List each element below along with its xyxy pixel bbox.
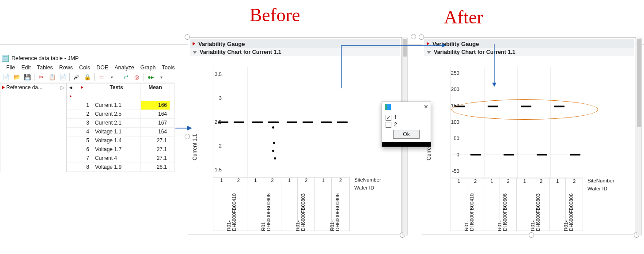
save-icon[interactable]: 💾	[23, 73, 31, 81]
table-row[interactable]: 7 Current 4 27.1	[67, 154, 174, 163]
tool1-icon[interactable]: 🖋	[73, 73, 80, 81]
cell-mean[interactable]: 27.1	[141, 136, 170, 145]
handwriting-after: After	[444, 7, 483, 28]
nav-label: Reference da...	[6, 84, 42, 91]
row-num: 7	[78, 154, 92, 163]
plot-area[interactable]	[451, 67, 583, 178]
list-icon[interactable]: ≣	[98, 73, 105, 81]
nav-panel: Reference da... ▷	[0, 83, 67, 172]
cell-mean[interactable]: 27.1	[141, 154, 170, 163]
separator	[69, 73, 70, 81]
grid-header2	[67, 92, 174, 101]
table-row[interactable]: 8 Voltage 1.9 26.1	[67, 163, 174, 172]
cell-mean[interactable]: 164	[141, 128, 170, 136]
menu-doe[interactable]: DOE	[96, 64, 108, 71]
menu-analyze[interactable]: Analyze	[114, 64, 134, 71]
menu-tables[interactable]: Tables	[37, 64, 53, 71]
x-site-label: SiteNumber	[354, 177, 381, 182]
grid-header: ◂ Tests Mean	[67, 83, 174, 92]
lock-icon[interactable]: 🔒	[83, 73, 91, 81]
swap-icon[interactable]: ⇄	[122, 73, 130, 81]
data-grid: ◂ Tests Mean 1 Current 1.1 166 2 Current…	[67, 83, 174, 172]
menu-edit[interactable]: Edit	[21, 64, 31, 71]
run-icon[interactable]: ●▸	[147, 73, 155, 81]
table-row[interactable]: 5 Voltage 1.4 27.1	[67, 136, 174, 145]
sel-all-cell[interactable]	[67, 92, 78, 101]
cell-mean[interactable]: 26.1	[141, 163, 170, 171]
col-mean[interactable]: Mean	[141, 83, 170, 92]
row-num: 2	[78, 110, 92, 118]
table-row[interactable]: 6 Voltage 1.7 27.1	[67, 145, 174, 154]
plot-area[interactable]	[213, 67, 350, 177]
table-body: Reference da... ▷ ◂ Tests Mean 1 Current…	[0, 83, 174, 172]
y-axis-label: Current 1.1	[192, 134, 198, 160]
toolbar: 📄 📂 💾 ✂ 📋 📄 🖋 🔒 ≣ ▾ ⇄ ◎ ●▸ ▾	[0, 72, 174, 83]
resize-grip[interactable]	[411, 34, 416, 39]
table-row[interactable]: 2 Current 2.5 164	[67, 110, 174, 119]
table-row[interactable]: 4 Voltage 1.1 164	[67, 128, 174, 136]
chevron-down-icon[interactable]: ▾	[158, 73, 165, 81]
nav-table-item[interactable]: Reference da... ▷	[0, 83, 66, 91]
wafer-id-label: R01-DH6000FB00806	[563, 190, 574, 231]
resize-grip[interactable]	[185, 134, 190, 139]
cell-test[interactable]: Voltage 1.9	[92, 163, 141, 171]
cell-test[interactable]: Current 2.1	[92, 119, 141, 127]
arrow-annotation	[339, 42, 450, 91]
app-icon	[2, 55, 9, 62]
red-triangle-icon[interactable]	[193, 42, 195, 45]
red-triangle-icon[interactable]	[2, 86, 5, 89]
cell-test[interactable]: Current 2.5	[92, 110, 141, 118]
menu-bar: File Edit Tables Rows Cols DOE Analyze G…	[0, 64, 174, 72]
checkbox-unchecked-icon[interactable]	[386, 122, 391, 128]
menu-tools[interactable]: Tools	[162, 64, 174, 71]
paste-icon[interactable]: 📄	[59, 73, 66, 81]
corner-cell[interactable]: ◂	[67, 83, 78, 92]
ok-button[interactable]: Ok	[393, 130, 420, 139]
copy-icon[interactable]: 📋	[48, 73, 56, 81]
menu-cols[interactable]: Cols	[79, 64, 90, 71]
checkbox-row-2[interactable]: 2	[386, 121, 427, 128]
dialog-shadow	[382, 142, 431, 147]
cell-test[interactable]: Current 4	[92, 154, 141, 163]
panel-title[interactable]: Variability Gauge	[424, 39, 634, 48]
red-triangle-icon[interactable]	[81, 86, 83, 89]
after-chart[interactable]: Current 1.1 250 200 150 100 50 0 -50	[425, 59, 633, 231]
resize-grip[interactable]	[185, 34, 190, 40]
cell-mean[interactable]: 164	[141, 110, 170, 118]
cell-mean[interactable]: 167	[141, 119, 170, 127]
target-icon[interactable]: ◎	[133, 73, 140, 81]
col-tests[interactable]: Tests	[92, 83, 141, 92]
disclosure-icon[interactable]	[193, 51, 197, 54]
cell-mean[interactable]: 27.1	[141, 145, 170, 154]
open-icon[interactable]: 📂	[13, 73, 20, 81]
red-triangle-icon[interactable]	[70, 95, 72, 98]
chart-title[interactable]: Variability Chart for Current 1.1	[424, 48, 634, 56]
resize-grip[interactable]	[529, 232, 534, 238]
new-icon[interactable]: 📄	[2, 73, 10, 81]
play-icon[interactable]: ▷	[61, 84, 64, 91]
row-num: 6	[78, 145, 92, 154]
checkbox-row-1[interactable]: ✓ 1	[386, 114, 427, 121]
cell-test[interactable]: Voltage 1.4	[92, 136, 141, 145]
menu-file[interactable]: File	[6, 64, 15, 71]
menu-graph[interactable]: Graph	[140, 64, 156, 71]
table-row[interactable]: 3 Current 2.1 167	[67, 119, 174, 128]
row-num: 8	[78, 163, 92, 171]
chevron-down-icon[interactable]: ▾	[108, 73, 116, 81]
cell-test[interactable]: Current 1.1	[92, 101, 141, 110]
checkbox-checked-icon[interactable]: ✓	[386, 115, 391, 121]
scrollbar[interactable]	[636, 38, 642, 235]
wafer-id-label: R01-DH6000FB00410	[226, 189, 237, 231]
dialog-icon	[385, 104, 391, 110]
resize-grip[interactable]	[419, 34, 424, 40]
table-row[interactable]: 1 Current 1.1 166	[67, 101, 174, 110]
arrow-annotation	[490, 43, 499, 89]
cut-icon[interactable]: ✂	[38, 73, 45, 81]
close-icon[interactable]: ×	[424, 104, 428, 110]
separator	[94, 73, 95, 81]
cell-test[interactable]: Voltage 1.1	[92, 128, 141, 136]
menu-rows[interactable]: Rows	[59, 64, 73, 71]
cell-test[interactable]: Voltage 1.7	[92, 145, 141, 154]
cell-mean-highlighted[interactable]: 166	[141, 101, 170, 110]
rownum-header	[78, 83, 92, 92]
